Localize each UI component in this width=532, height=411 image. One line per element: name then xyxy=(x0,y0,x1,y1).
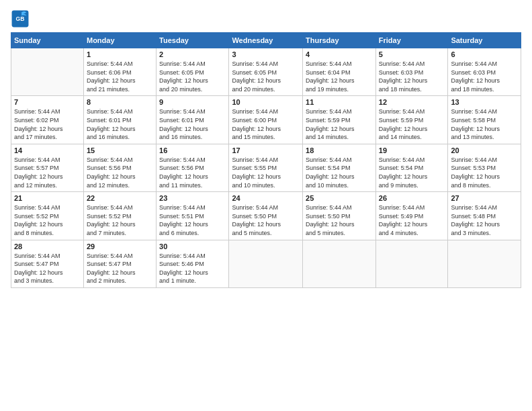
calendar-cell: 29Sunrise: 5:44 AMSunset: 5:47 PMDayligh… xyxy=(83,240,156,287)
day-info: Sunrise: 5:44 AMSunset: 5:48 PMDaylight:… xyxy=(451,203,518,237)
calendar-cell: 24Sunrise: 5:44 AMSunset: 5:50 PMDayligh… xyxy=(229,192,303,240)
day-info: Sunrise: 5:44 AMSunset: 5:58 PMDaylight:… xyxy=(451,107,518,141)
calendar-cell: 20Sunrise: 5:44 AMSunset: 5:53 PMDayligh… xyxy=(448,144,521,191)
day-info: Sunrise: 5:44 AMSunset: 5:59 PMDaylight:… xyxy=(306,107,373,141)
day-number: 5 xyxy=(379,50,445,58)
day-number: 1 xyxy=(87,50,153,58)
calendar-cell: 12Sunrise: 5:44 AMSunset: 5:59 PMDayligh… xyxy=(375,96,448,144)
logo: GB xyxy=(11,9,32,28)
day-number: 23 xyxy=(159,194,226,202)
day-info: Sunrise: 5:44 AMSunset: 5:46 PMDaylight:… xyxy=(159,252,226,285)
calendar-week-4: 21Sunrise: 5:44 AMSunset: 5:52 PMDayligh… xyxy=(11,192,521,240)
calendar-week-1: 1Sunrise: 5:44 AMSunset: 6:06 PMDaylight… xyxy=(11,48,521,96)
day-info: Sunrise: 5:44 AMSunset: 6:01 PMDaylight:… xyxy=(87,107,153,141)
day-info: Sunrise: 5:44 AMSunset: 5:56 PMDaylight:… xyxy=(159,156,226,189)
day-info: Sunrise: 5:44 AMSunset: 5:53 PMDaylight:… xyxy=(451,156,518,189)
day-number: 2 xyxy=(159,50,226,58)
calendar-cell xyxy=(11,48,84,96)
weekday-header-tuesday: Tuesday xyxy=(157,33,229,48)
calendar-header-row: SundayMondayTuesdayWednesdayThursdayFrid… xyxy=(11,33,521,48)
day-number: 26 xyxy=(379,194,445,202)
day-info: Sunrise: 5:44 AMSunset: 6:00 PMDaylight:… xyxy=(232,107,300,141)
day-number: 10 xyxy=(232,98,300,106)
day-info: Sunrise: 5:44 AMSunset: 5:54 PMDaylight:… xyxy=(306,156,373,189)
day-info: Sunrise: 5:44 AMSunset: 5:52 PMDaylight:… xyxy=(14,203,81,237)
day-number: 24 xyxy=(232,194,300,202)
weekday-header-sunday: Sunday xyxy=(11,33,84,48)
day-number: 15 xyxy=(87,146,153,154)
weekday-header-friday: Friday xyxy=(375,33,448,48)
calendar-week-5: 28Sunrise: 5:44 AMSunset: 5:47 PMDayligh… xyxy=(11,240,521,287)
day-number: 21 xyxy=(14,194,81,202)
day-info: Sunrise: 5:44 AMSunset: 6:05 PMDaylight:… xyxy=(232,60,300,93)
day-info: Sunrise: 5:44 AMSunset: 6:05 PMDaylight:… xyxy=(159,60,226,93)
day-number: 18 xyxy=(306,146,373,154)
day-number: 28 xyxy=(14,242,81,250)
day-info: Sunrise: 5:44 AMSunset: 5:54 PMDaylight:… xyxy=(379,156,445,189)
day-number: 8 xyxy=(87,98,153,106)
calendar-cell: 25Sunrise: 5:44 AMSunset: 5:50 PMDayligh… xyxy=(303,192,376,240)
day-info: Sunrise: 5:44 AMSunset: 6:06 PMDaylight:… xyxy=(87,60,153,93)
calendar-cell: 11Sunrise: 5:44 AMSunset: 5:59 PMDayligh… xyxy=(303,96,376,144)
calendar-cell: 13Sunrise: 5:44 AMSunset: 5:58 PMDayligh… xyxy=(448,96,521,144)
logo-icon: GB xyxy=(11,9,30,28)
day-number: 14 xyxy=(14,146,81,154)
calendar-cell: 17Sunrise: 5:44 AMSunset: 5:55 PMDayligh… xyxy=(229,144,303,191)
calendar-cell: 6Sunrise: 5:44 AMSunset: 6:03 PMDaylight… xyxy=(448,48,521,96)
day-info: Sunrise: 5:44 AMSunset: 5:55 PMDaylight:… xyxy=(232,156,300,189)
calendar-cell: 21Sunrise: 5:44 AMSunset: 5:52 PMDayligh… xyxy=(11,192,84,240)
day-number: 4 xyxy=(306,50,373,58)
calendar-cell: 23Sunrise: 5:44 AMSunset: 5:51 PMDayligh… xyxy=(157,192,229,240)
weekday-header-thursday: Thursday xyxy=(303,33,376,48)
day-number: 12 xyxy=(379,98,445,106)
day-info: Sunrise: 5:44 AMSunset: 6:02 PMDaylight:… xyxy=(14,107,81,141)
day-info: Sunrise: 5:44 AMSunset: 6:01 PMDaylight:… xyxy=(159,107,226,141)
day-number: 17 xyxy=(232,146,300,154)
day-number: 27 xyxy=(451,194,518,202)
calendar-cell: 10Sunrise: 5:44 AMSunset: 6:00 PMDayligh… xyxy=(229,96,303,144)
calendar-cell: 28Sunrise: 5:44 AMSunset: 5:47 PMDayligh… xyxy=(11,240,84,287)
day-number: 9 xyxy=(159,98,226,106)
day-info: Sunrise: 5:44 AMSunset: 5:59 PMDaylight:… xyxy=(379,107,445,141)
day-number: 7 xyxy=(14,98,81,106)
calendar-cell: 19Sunrise: 5:44 AMSunset: 5:54 PMDayligh… xyxy=(375,144,448,191)
day-info: Sunrise: 5:44 AMSunset: 5:47 PMDaylight:… xyxy=(87,252,153,285)
day-info: Sunrise: 5:44 AMSunset: 5:57 PMDaylight:… xyxy=(14,156,81,189)
calendar-cell: 22Sunrise: 5:44 AMSunset: 5:52 PMDayligh… xyxy=(83,192,156,240)
svg-text:GB: GB xyxy=(16,15,25,22)
day-number: 22 xyxy=(87,194,153,202)
weekday-header-monday: Monday xyxy=(83,33,156,48)
day-number: 3 xyxy=(232,50,300,58)
calendar-cell xyxy=(229,240,303,287)
day-info: Sunrise: 5:44 AMSunset: 5:49 PMDaylight:… xyxy=(379,203,445,237)
calendar-cell xyxy=(448,240,521,287)
day-info: Sunrise: 5:44 AMSunset: 5:52 PMDaylight:… xyxy=(87,203,153,237)
day-number: 16 xyxy=(159,146,226,154)
calendar-cell: 14Sunrise: 5:44 AMSunset: 5:57 PMDayligh… xyxy=(11,144,84,191)
calendar-cell: 15Sunrise: 5:44 AMSunset: 5:56 PMDayligh… xyxy=(83,144,156,191)
weekday-header-wednesday: Wednesday xyxy=(229,33,303,48)
day-info: Sunrise: 5:44 AMSunset: 5:51 PMDaylight:… xyxy=(159,203,226,237)
calendar-cell: 27Sunrise: 5:44 AMSunset: 5:48 PMDayligh… xyxy=(448,192,521,240)
calendar-cell xyxy=(303,240,376,287)
calendar-cell: 7Sunrise: 5:44 AMSunset: 6:02 PMDaylight… xyxy=(11,96,84,144)
day-info: Sunrise: 5:44 AMSunset: 5:50 PMDaylight:… xyxy=(306,203,373,237)
calendar-cell: 3Sunrise: 5:44 AMSunset: 6:05 PMDaylight… xyxy=(229,48,303,96)
calendar-cell xyxy=(375,240,448,287)
weekday-header-saturday: Saturday xyxy=(448,33,521,48)
calendar-cell: 1Sunrise: 5:44 AMSunset: 6:06 PMDaylight… xyxy=(83,48,156,96)
calendar-cell: 16Sunrise: 5:44 AMSunset: 5:56 PMDayligh… xyxy=(157,144,229,191)
calendar-cell: 9Sunrise: 5:44 AMSunset: 6:01 PMDaylight… xyxy=(157,96,229,144)
calendar-cell: 5Sunrise: 5:44 AMSunset: 6:03 PMDaylight… xyxy=(375,48,448,96)
day-info: Sunrise: 5:44 AMSunset: 5:50 PMDaylight:… xyxy=(232,203,300,237)
day-number: 19 xyxy=(379,146,445,154)
day-number: 13 xyxy=(451,98,518,106)
calendar-cell: 8Sunrise: 5:44 AMSunset: 6:01 PMDaylight… xyxy=(83,96,156,144)
day-info: Sunrise: 5:44 AMSunset: 5:56 PMDaylight:… xyxy=(87,156,153,189)
day-number: 11 xyxy=(306,98,373,106)
day-info: Sunrise: 5:44 AMSunset: 6:03 PMDaylight:… xyxy=(379,60,445,93)
day-info: Sunrise: 5:44 AMSunset: 6:04 PMDaylight:… xyxy=(306,60,373,93)
day-number: 6 xyxy=(451,50,518,58)
calendar-cell: 26Sunrise: 5:44 AMSunset: 5:49 PMDayligh… xyxy=(375,192,448,240)
calendar-week-3: 14Sunrise: 5:44 AMSunset: 5:57 PMDayligh… xyxy=(11,144,521,191)
